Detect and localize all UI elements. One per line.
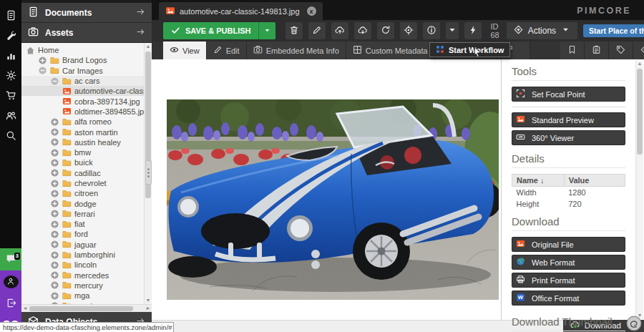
upload-button[interactable] [331, 22, 348, 39]
rail-file-button[interactable] [0, 6, 21, 26]
rail-search-button[interactable] [0, 126, 21, 146]
expander-plus-icon[interactable] [50, 137, 60, 147]
locate-in-tree-button[interactable] [400, 22, 417, 39]
expander-plus-icon[interactable] [50, 148, 60, 157]
close-icon[interactable]: x [307, 6, 316, 16]
360-viewer-button[interactable]: VR360° Viewer [512, 130, 625, 145]
scroll-up-icon[interactable]: ▲ [145, 43, 152, 50]
tab-embedded-meta-info[interactable]: Embedded Meta Info [247, 42, 346, 59]
tree-item-mercury[interactable]: mercury [21, 280, 144, 290]
details-col-name[interactable]: Name ↓ [512, 175, 565, 187]
rail-users-button[interactable] [0, 106, 21, 126]
rail-tools-button[interactable] [0, 26, 21, 46]
tree-item-mercedes[interactable]: mercedes [21, 270, 144, 280]
tab-schedule[interactable] [585, 42, 609, 59]
tab-workflow[interactable] [633, 42, 644, 59]
rename-button[interactable] [308, 22, 326, 39]
tab-notes[interactable] [560, 42, 585, 59]
tree-item-citroen[interactable]: citroen [21, 188, 144, 198]
download-version-button[interactable] [354, 22, 371, 39]
expander-plus-icon[interactable] [50, 260, 60, 270]
actions-button[interactable]: Actions [507, 22, 577, 39]
expander-plus-icon[interactable] [50, 280, 60, 290]
expander-plus-icon[interactable] [50, 270, 60, 280]
scroll-up-icon[interactable]: ▲ [636, 60, 643, 67]
rail-settings-button[interactable] [0, 66, 21, 86]
tree-horizontal-scrollbar[interactable]: ◄ ► [21, 304, 152, 312]
expander-plus-icon[interactable] [50, 127, 60, 137]
tree-item-oldtimer-3894855-jpg[interactable]: oldtimer-3894855.jpg [21, 107, 144, 117]
rail-ecommerce-button[interactable] [0, 86, 21, 106]
reload-button[interactable] [377, 22, 394, 39]
panel-vertical-scrollbar[interactable]: ▲ ▼ [635, 60, 643, 319]
save-dropdown-button[interactable] [258, 22, 275, 39]
accordion-documents[interactable]: Documents [21, 3, 152, 23]
tab-edit[interactable]: Edit [207, 42, 247, 59]
tree-item-jaguar[interactable]: jaguar [21, 240, 144, 250]
tree-item-lincoln[interactable]: lincoln [21, 260, 144, 270]
arrow-right-icon[interactable] [136, 7, 145, 19]
tree-item-mga[interactable]: mga [21, 290, 144, 301]
details-col-value[interactable]: Value [564, 175, 625, 187]
set-focal-point-button[interactable]: Set Focal Point [512, 87, 625, 102]
tree-item-lamborghini[interactable]: lamborghini [21, 250, 144, 260]
expander-minus-icon[interactable] [50, 77, 60, 86]
tree-item-chevrolet[interactable]: chevrolet [21, 178, 144, 188]
table-row[interactable]: Width1280 [512, 187, 625, 199]
expander-plus-icon[interactable] [50, 291, 60, 301]
web-format-button[interactable]: Web Format [512, 255, 625, 270]
tree-item-ferrari[interactable]: ferrari [21, 209, 144, 219]
print-format-button[interactable]: Print Format [512, 273, 625, 288]
expander-plus-icon[interactable] [50, 240, 60, 249]
original-file-button[interactable]: Original File [512, 237, 625, 252]
tree-item-home[interactable]: Home [21, 45, 144, 55]
chat-button[interactable]: 3 [0, 248, 21, 270]
lightning-button[interactable] [464, 22, 482, 39]
standard-preview-button[interactable]: Standard Preview [512, 112, 625, 127]
tree-item-aston-martin[interactable]: aston martin [21, 127, 144, 137]
expander-plus-icon[interactable] [50, 199, 60, 208]
tree-item-ac-cars[interactable]: ac cars [21, 76, 144, 86]
expander-plus-icon[interactable] [50, 189, 60, 198]
office-format-button[interactable]: WOffice Format [512, 290, 625, 306]
logout-button[interactable] [0, 295, 21, 312]
accordion-assets[interactable]: Assets [21, 23, 152, 43]
tree-item-cadillac[interactable]: cadillac [21, 168, 144, 178]
delete-button[interactable] [286, 22, 303, 39]
expander-plus-icon[interactable] [50, 220, 60, 229]
scroll-left-icon[interactable]: ◄ [21, 305, 29, 312]
info-dropdown-button[interactable] [446, 22, 459, 39]
file-tab[interactable]: automotive-car-classic-149813.jpg x [159, 2, 323, 20]
tree-item-automotive-car-classic-14[interactable]: automotive-car-classic-14 [21, 86, 144, 96]
info-button[interactable] [423, 22, 440, 39]
panel-splitter[interactable] [145, 160, 152, 185]
tree-item-buick[interactable]: buick [21, 157, 144, 167]
tab-view[interactable]: View [163, 42, 207, 59]
tree-item-ford[interactable]: ford [21, 229, 144, 239]
tree-item-brand-logos[interactable]: Brand Logos [21, 55, 144, 65]
save-publish-button[interactable]: SAVE & PUBLISH [163, 22, 275, 39]
tree-item-fiat[interactable]: fiat [21, 219, 144, 229]
expander-plus-icon[interactable] [50, 209, 60, 218]
tree-item-alfa-romeo[interactable]: alfa romeo [21, 117, 144, 127]
vendor-logo-badge[interactable] [626, 316, 642, 331]
scrollbar-thumb[interactable] [29, 306, 133, 311]
expander-plus-icon[interactable] [50, 117, 60, 127]
table-row[interactable]: Height720 [512, 198, 625, 210]
tree-item-austin-healey[interactable]: austin healey [21, 137, 144, 147]
expander-plus-icon[interactable] [50, 168, 60, 177]
tab-custom-metadata[interactable]: Custom Metadata [346, 42, 435, 59]
tree-item-bmw[interactable]: bmw [21, 147, 144, 157]
expander-plus-icon[interactable] [50, 158, 60, 167]
expander-plus-icon[interactable] [50, 250, 60, 260]
tab-tags[interactable] [609, 42, 633, 59]
expander-plus-icon[interactable] [38, 56, 48, 65]
rail-reports-button[interactable] [0, 46, 21, 66]
tree-item-dodge[interactable]: dodge [21, 198, 144, 208]
expander-plus-icon[interactable] [50, 179, 60, 188]
user-avatar-button[interactable] [4, 275, 19, 288]
expander-plus-icon[interactable] [50, 230, 60, 239]
tree-item-car-images[interactable]: Car Images [21, 66, 144, 76]
tree-item-cobra-3897134-jpg[interactable]: cobra-3897134.jpg [21, 96, 144, 106]
scroll-down-icon[interactable]: ▼ [145, 297, 152, 304]
